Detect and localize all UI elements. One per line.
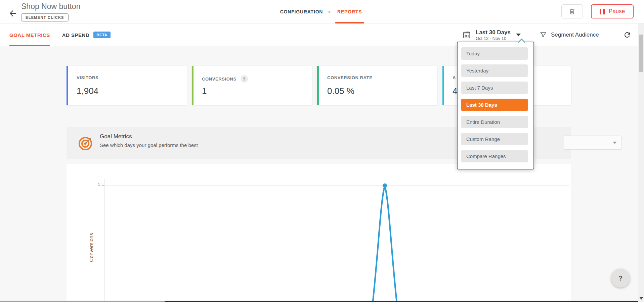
y-axis-title: Conversions [86, 214, 96, 281]
tab-ad-spend-label: AD SPEND [62, 32, 90, 38]
segment-audience-button[interactable]: Segment Audience [540, 23, 610, 46]
filter-funnel-icon [540, 31, 547, 39]
date-range-dates: Oct 12 - Nov 10 [476, 36, 511, 41]
horizontal-scrollbar-track [0, 301, 165, 302]
date-range-label: Last 30 Days [476, 29, 511, 36]
metric-label: VISITORS [77, 75, 98, 80]
segment-audience-label: Segment Audience [551, 32, 599, 38]
calendar-icon [462, 31, 471, 39]
tab-ad-spend[interactable]: AD SPEND BETA [62, 23, 111, 46]
breadcrumb-configuration[interactable]: CONFIGURATION [280, 9, 323, 14]
breadcrumb: CONFIGURATION > REPORTS [280, 0, 364, 23]
breadcrumb-reports[interactable]: REPORTS [335, 0, 364, 23]
metric-label: CONVERSIONS [202, 77, 237, 82]
scrollbar-down-arrow[interactable] [639, 297, 643, 300]
chart-peak-point[interactable] [383, 184, 387, 188]
metric-card-visitors: VISITORS 1,904 [67, 66, 187, 105]
help-tooltip-icon[interactable]: ? [241, 75, 248, 83]
help-button[interactable]: ? [611, 269, 630, 288]
y-tick-label: 1 [95, 182, 100, 187]
back-button[interactable] [8, 9, 17, 18]
delete-button[interactable] [561, 4, 583, 18]
menu-item-last-7-days[interactable]: Last 7 Days [461, 82, 528, 94]
refresh-icon [623, 31, 631, 39]
menu-item-compare-ranges[interactable]: Compare Ranges [461, 150, 528, 162]
card-accent [317, 66, 319, 105]
menu-item-yesterday[interactable]: Yesterday [461, 64, 528, 77]
chart-options-select[interactable] [564, 136, 622, 150]
goal-section-title: Goal Metrics [100, 133, 132, 140]
pause-button-label: Pause [609, 8, 625, 15]
tab-goal-metrics[interactable]: GOAL METRICS [9, 23, 50, 46]
metric-card-conversion-rate: CONVERSION RATE 0.05 % [317, 66, 437, 105]
arrow-left-icon [8, 9, 17, 18]
chart-canvas [67, 164, 571, 302]
menu-item-custom-range[interactable]: Custom Range [461, 133, 528, 145]
metric-label: A [453, 75, 456, 80]
menu-item-today[interactable]: Today [461, 47, 528, 60]
pause-icon [600, 9, 605, 14]
pause-button[interactable]: Pause [591, 4, 634, 18]
report-tabs: GOAL METRICS AD SPEND BETA [9, 23, 111, 46]
metric-card-conversions: CONVERSIONS ? 1 [192, 66, 312, 105]
goal-section-subtitle: See which days your goal performs the be… [100, 142, 198, 148]
metric-value: 1,904 [77, 86, 98, 96]
metric-value: 1 [202, 86, 207, 96]
target-icon [78, 136, 93, 151]
chevron-down-icon [516, 34, 521, 36]
card-accent [192, 66, 194, 105]
vertical-scrollbar[interactable] [638, 23, 644, 302]
card-accent [67, 66, 68, 105]
metric-label: CONVERSION RATE [327, 75, 372, 80]
chevron-right-icon: > [328, 9, 331, 15]
scrollbar-thumb[interactable] [639, 35, 643, 72]
toolbar-divider [614, 23, 614, 46]
card-accent [442, 66, 444, 105]
beta-badge: BETA [93, 32, 110, 38]
report-screen: Shop Now button ELEMENT CLICKS CONFIGURA… [0, 0, 644, 302]
menu-item-last-30-days[interactable]: Last 30 Days [461, 99, 528, 111]
tab-goal-metrics-label: GOAL METRICS [9, 32, 50, 38]
report-toolbar: GOAL METRICS AD SPEND BETA Last 30 Days [0, 23, 644, 46]
chevron-down-icon [613, 142, 617, 144]
chart-spike[interactable] [372, 186, 397, 302]
goal-type-badge: ELEMENT CLICKS [21, 13, 69, 21]
refresh-button[interactable] [619, 23, 635, 46]
header-bar: Shop Now button ELEMENT CLICKS CONFIGURA… [0, 0, 644, 23]
date-range-dropdown: Today Yesterday Last 7 Days Last 30 Days… [457, 42, 534, 169]
horizontal-scrollbar-thumb[interactable] [165, 301, 644, 302]
trash-icon [569, 8, 575, 15]
page-title: Shop Now button [21, 2, 80, 11]
breadcrumb-reports-label: REPORTS [337, 9, 362, 14]
menu-item-entire-duration[interactable]: Entire Duration [461, 116, 528, 128]
conversions-chart: Conversions 1 [67, 164, 571, 302]
metric-value: 0.05 % [327, 86, 354, 96]
